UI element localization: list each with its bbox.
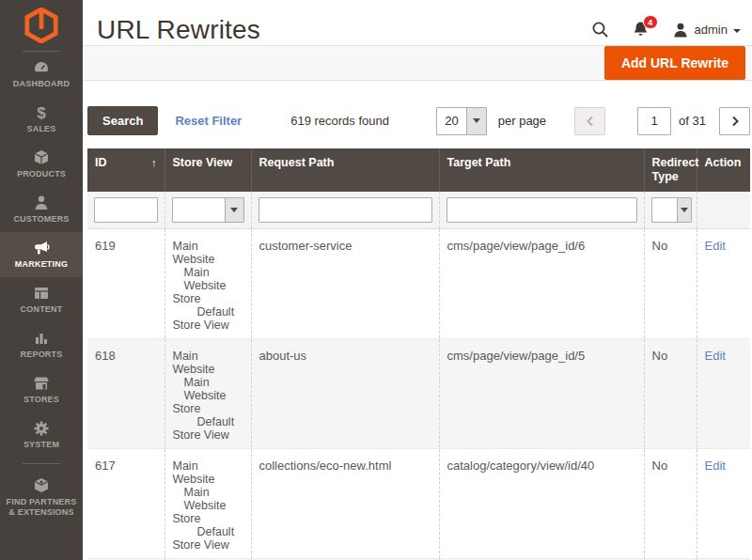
grid-filter-row bbox=[87, 192, 750, 229]
cell-target-path: catalog/category/view/id/40 bbox=[439, 449, 644, 559]
per-page-value: 20 bbox=[437, 108, 465, 134]
sidebar-item-label: CUSTOMERS bbox=[2, 214, 81, 225]
id-filter-input[interactable] bbox=[94, 197, 158, 223]
dashboard-icon bbox=[33, 59, 50, 76]
content-icon bbox=[33, 285, 50, 302]
magento-admin-app: DASHBOARD $ SALES PRODUCTS bbox=[0, 0, 752, 560]
sidebar-item-content[interactable]: CONTENT bbox=[0, 277, 83, 322]
column-header-target-path[interactable]: Target Path bbox=[439, 148, 644, 192]
cell-redirect-type: No bbox=[644, 449, 697, 559]
products-icon bbox=[33, 149, 50, 166]
sidebar-item-label: FIND PARTNERS & EXTENSIONS bbox=[2, 497, 81, 518]
sidebar-item-sales[interactable]: $ SALES bbox=[0, 97, 83, 142]
edit-link[interactable]: Edit bbox=[705, 349, 726, 363]
grid-toolbar: Search Reset Filter 619 records found 20… bbox=[87, 106, 750, 135]
request-path-filter-input[interactable] bbox=[258, 197, 432, 223]
edit-link[interactable]: Edit bbox=[705, 239, 726, 253]
cell-store-view: Main Website Main Website Store Default … bbox=[164, 449, 251, 559]
magento-logo-icon bbox=[24, 8, 59, 43]
magento-logo[interactable] bbox=[0, 0, 83, 51]
column-header-request-path[interactable]: Request Path bbox=[251, 148, 439, 192]
cell-id: 617 bbox=[87, 449, 164, 559]
total-pages-text: of 31 bbox=[679, 114, 706, 128]
cell-redirect-type: No bbox=[644, 339, 697, 449]
column-header-redirect-type[interactable]: Redirect Type bbox=[644, 148, 697, 192]
sidebar-item-find-partners[interactable]: FIND PARTNERS & EXTENSIONS bbox=[0, 470, 83, 524]
chevron-right-icon bbox=[730, 116, 740, 127]
cell-request-path: customer-service bbox=[251, 229, 439, 339]
redirect-type-filter-select[interactable] bbox=[651, 197, 692, 223]
search-button[interactable]: Search bbox=[87, 106, 158, 135]
table-row[interactable]: 618 Main Website Main Website Store Defa… bbox=[87, 339, 750, 449]
sales-icon: $ bbox=[33, 104, 50, 121]
global-search-button[interactable] bbox=[591, 21, 609, 39]
user-icon bbox=[672, 22, 689, 39]
cell-id: 619 bbox=[87, 229, 164, 339]
sidebar-item-label: DASHBOARD bbox=[2, 79, 81, 89]
pagination: 20 per page of 31 bbox=[436, 107, 750, 135]
table-row[interactable]: 617 Main Website Main Website Store Defa… bbox=[87, 449, 750, 559]
column-header-action[interactable]: Action bbox=[697, 148, 750, 192]
cell-request-path: about-us bbox=[251, 339, 439, 449]
sidebar-item-label: SYSTEM bbox=[2, 440, 81, 450]
per-page-select[interactable]: 20 bbox=[436, 107, 486, 135]
reset-filter-link[interactable]: Reset Filter bbox=[175, 114, 242, 128]
svg-text:$: $ bbox=[37, 104, 46, 121]
cell-target-path: cms/page/view/page_id/5 bbox=[439, 339, 644, 449]
find-partners-icon bbox=[33, 477, 50, 494]
action-filter-cell bbox=[697, 192, 750, 229]
sidebar-item-customers[interactable]: CUSTOMERS bbox=[0, 187, 83, 232]
sidebar-item-reports[interactable]: REPORTS bbox=[0, 322, 83, 367]
admin-username: admin bbox=[695, 23, 728, 37]
chevron-down-icon bbox=[225, 198, 243, 222]
sidebar-item-dashboard[interactable]: DASHBOARD bbox=[0, 52, 83, 97]
next-page-button[interactable] bbox=[719, 107, 750, 135]
search-icon bbox=[591, 21, 609, 39]
sidebar: DASHBOARD $ SALES PRODUCTS bbox=[0, 0, 83, 560]
cell-id: 618 bbox=[87, 339, 164, 449]
chevron-down-icon bbox=[677, 198, 691, 222]
grid-header-row: ID ↑ Store View Request Path Target Path… bbox=[87, 148, 750, 192]
nav-divider bbox=[23, 463, 60, 464]
sidebar-item-products[interactable]: PRODUCTS bbox=[0, 142, 83, 187]
cell-request-path: collections/eco-new.html bbox=[251, 449, 439, 559]
sidebar-item-stores[interactable]: STORES bbox=[0, 367, 83, 412]
admin-menu[interactable]: admin bbox=[672, 22, 741, 39]
main-content: URL Rewrites 4 bbox=[83, 0, 752, 560]
column-header-id[interactable]: ID ↑ bbox=[87, 148, 164, 192]
per-page-label: per page bbox=[498, 114, 546, 128]
sidebar-item-label: PRODUCTS bbox=[2, 169, 81, 179]
notifications-badge: 4 bbox=[643, 15, 658, 29]
sidebar-item-label: REPORTS bbox=[2, 350, 81, 360]
cell-store-view: Main Website Main Website Store Default … bbox=[164, 229, 251, 339]
sidebar-item-system[interactable]: SYSTEM bbox=[0, 412, 83, 458]
sidebar-item-label: SALES bbox=[2, 124, 81, 134]
chevron-down-icon bbox=[466, 108, 486, 134]
current-page-input[interactable] bbox=[637, 107, 671, 135]
customers-icon bbox=[33, 194, 50, 211]
sidebar-item-label: CONTENT bbox=[2, 304, 81, 315]
store-view-filter-select[interactable] bbox=[172, 197, 244, 223]
previous-page-button[interactable] bbox=[574, 107, 605, 135]
column-header-store-view[interactable]: Store View bbox=[164, 148, 251, 192]
cell-redirect-type: No bbox=[644, 229, 697, 339]
chevron-left-icon bbox=[586, 116, 595, 127]
edit-link[interactable]: Edit bbox=[705, 459, 726, 473]
page-actions-bar: Add URL Rewrite bbox=[83, 45, 752, 81]
sidebar-item-marketing[interactable]: MARKETING bbox=[0, 232, 83, 277]
add-url-rewrite-button[interactable]: Add URL Rewrite bbox=[604, 46, 745, 80]
page-title: URL Rewrites bbox=[97, 15, 260, 45]
page-header: URL Rewrites 4 bbox=[83, 0, 752, 45]
system-icon bbox=[33, 420, 50, 437]
target-path-filter-input[interactable] bbox=[446, 197, 637, 223]
records-found-text: 619 records found bbox=[290, 114, 389, 128]
header-actions: 4 admin bbox=[591, 21, 744, 39]
reports-icon bbox=[33, 330, 50, 347]
sort-asc-icon: ↑ bbox=[151, 156, 157, 170]
stores-icon bbox=[33, 375, 50, 392]
cell-target-path: cms/page/view/page_id/6 bbox=[439, 229, 644, 339]
sidebar-item-label: MARKETING bbox=[2, 259, 81, 270]
sidebar-nav: DASHBOARD $ SALES PRODUCTS bbox=[0, 52, 83, 524]
table-row[interactable]: 619 Main Website Main Website Store Defa… bbox=[87, 229, 750, 339]
notifications-button[interactable]: 4 bbox=[632, 21, 650, 39]
